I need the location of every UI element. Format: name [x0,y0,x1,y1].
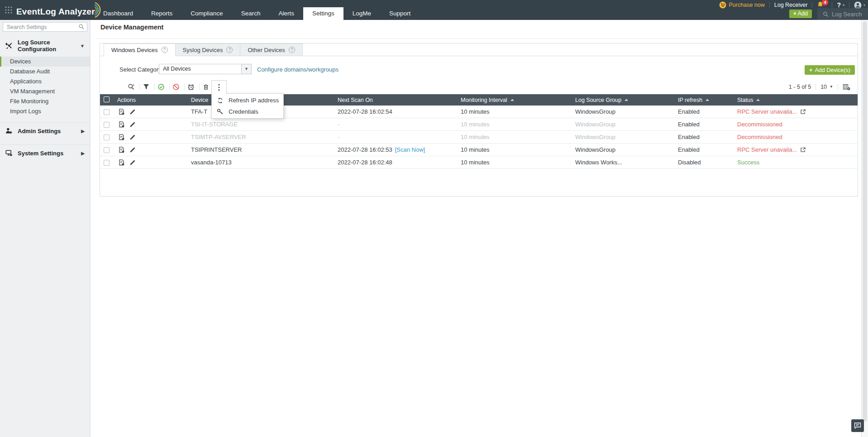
chevron-down-icon: ▼ [830,85,833,89]
row-checkbox[interactable] [104,147,110,153]
log-search-placeholder: Log Search [832,11,862,18]
external-link-icon[interactable] [800,109,806,115]
row-checkbox[interactable] [104,134,110,140]
tab-windows-devices[interactable]: Windows Devices? [104,43,176,56]
sidebar-item-database-audit[interactable]: Database Audit [0,67,90,77]
help-icon[interactable]: ? [289,47,295,53]
delete-icon[interactable] [200,80,212,93]
schedule-icon[interactable] [185,80,197,93]
column-header-log-source-group[interactable]: Log Source Group [575,94,628,106]
column-header-status[interactable]: Status [737,94,760,106]
support-chat-button[interactable] [851,419,864,432]
nav-tab-logme[interactable]: LogMe [343,7,380,20]
next-scan-value: 2022-07-28 16:02:48 [338,159,392,166]
edit-device-icon[interactable] [129,146,136,154]
refresh-icon [217,97,224,104]
sidebar-item-import-logs[interactable]: Import Logs [0,106,90,116]
edit-device-icon[interactable] [129,159,136,166]
enable-icon[interactable] [155,80,167,93]
configure-domains-link[interactable]: Configure domains/workgroups [257,66,339,73]
edit-device-icon[interactable] [129,121,136,128]
device-name-cell: vasanda-10713 [191,156,232,169]
ip-refresh-cell: Enabled [678,106,700,118]
more-actions-button[interactable] [211,80,227,94]
filter-icon[interactable] [140,80,152,93]
menu-item-refresh-ip-address[interactable]: Refresh IP address [212,95,283,106]
device-name-cell: TFA-T [191,106,207,118]
edit-device-icon[interactable] [129,134,136,141]
quick-add-label: Add [798,10,808,17]
manage-logs-icon[interactable] [118,159,125,166]
chevron-right-icon: ▶ [81,151,85,156]
sidebar-section-system-settings[interactable]: System Settings ▶ [0,145,90,161]
manage-logs-icon[interactable] [118,134,125,141]
select-all-checkbox[interactable] [104,96,110,102]
disable-icon[interactable] [170,80,182,93]
monitoring-interval-cell: 10 minutes [461,131,490,144]
manage-logs-icon[interactable] [118,121,125,128]
nav-tab-search[interactable]: Search [232,7,270,20]
log-receiver-link[interactable]: Log Receiver [774,2,808,8]
log-source-group-cell: WindowsGroup [575,118,615,131]
help-icon[interactable]: ? [226,47,233,53]
log-source-group-cell: WindowsGroup [575,131,615,144]
status-cell: RPC Server unavaila... [737,144,806,156]
pagination-range: 1 - 5 of 5 [789,84,811,90]
purchase-now-link[interactable]: Purchase now [719,1,765,9]
row-checkbox[interactable] [104,160,110,166]
manage-logs-icon[interactable] [118,146,125,154]
ip-refresh-cell: Enabled [678,144,700,156]
nav-tab-compliance[interactable]: Compliance [181,7,232,20]
row-checkbox[interactable] [104,122,110,128]
column-header-next-scan-on[interactable]: Next Scan On [338,94,373,106]
chevron-down-icon: ▾ [863,3,865,7]
nav-tab-alerts[interactable]: Alerts [269,7,303,20]
help-icon[interactable]: ? [162,47,168,53]
nav-tab-reports[interactable]: Reports [142,7,181,20]
scan-now-link[interactable]: [Scan Now] [395,146,425,153]
next-scan-cell: 2022-07-28 16:02:53[Scan Now] [338,144,425,156]
column-header-ip-refresh[interactable]: IP refresh [678,94,709,106]
log-search-box[interactable]: Log Search [817,8,868,20]
sidebar-section-log-source-configuration[interactable]: Log Source Configuration ▼ [0,34,90,57]
nav-tab-settings[interactable]: Settings [303,7,343,20]
row-checkbox[interactable] [104,109,110,115]
column-chooser-icon[interactable] [843,83,850,91]
main-content: Device Management Windows Devices?Syslog… [91,20,861,437]
column-header-actions[interactable]: Actions [117,94,136,106]
column-header-device[interactable]: Device [191,94,208,106]
page-size-dropdown[interactable]: 10 ▼ [820,84,833,90]
user-account-menu[interactable]: ▾ [854,1,865,9]
sidebar-item-applications[interactable]: Applications [0,77,90,86]
nav-tab-dashboard[interactable]: Dashboard [94,7,142,20]
category-select[interactable]: All Devices ▼ [159,64,252,74]
help-menu[interactable]: ? ▾ [837,1,844,9]
tab-other-devices[interactable]: Other Devices? [240,43,302,56]
nav-tab-support[interactable]: Support [380,7,420,20]
manage-logs-icon[interactable] [118,108,125,115]
row-checkbox-cell [104,106,110,118]
external-link-icon[interactable] [800,147,806,153]
cart-icon [719,1,726,9]
edit-device-icon[interactable] [129,108,136,115]
quick-add-button[interactable]: + Add [789,10,812,18]
add-devices-button[interactable]: +Add Device(s) [805,65,855,75]
scrollbar-thumb[interactable] [863,21,867,422]
page-scrollbar[interactable] [861,20,868,437]
divider [838,84,838,90]
page-title: Device Management [100,24,163,31]
column-header-monitoring-interval[interactable]: Monitoring Interval [461,94,514,106]
sidebar-item-devices[interactable]: Devices [0,57,90,67]
app-logo[interactable]: EventLog Analyzer [16,4,104,19]
search-icon[interactable] [125,80,137,93]
row-checkbox-cell [104,144,110,156]
table-row: vasanda-107132022-07-28 16:02:4810 minut… [100,156,858,169]
sidebar-item-file-monitoring[interactable]: File Monitoring [0,96,90,106]
apps-grid-icon[interactable] [5,6,14,16]
sidebar-item-vm-management[interactable]: VM Management [0,86,90,96]
tab-syslog-devices[interactable]: Syslog Devices? [176,43,241,56]
sidebar-section-admin-settings[interactable]: Admin Settings ▶ [0,123,90,139]
settings-search-input[interactable] [3,22,87,32]
menu-item-credentials[interactable]: Credentials [212,106,283,117]
sort-asc-icon [625,99,628,101]
